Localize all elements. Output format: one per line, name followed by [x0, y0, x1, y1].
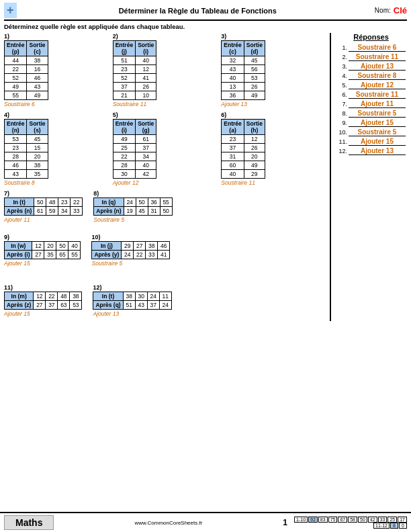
- table-row: 5241: [113, 74, 156, 83]
- score-val-0: 92: [308, 517, 318, 523]
- table-cell: 61: [34, 207, 46, 216]
- table-cell: 37: [113, 83, 135, 91]
- problem-2: 2)Entrée(j)Sortie(i)51402312524137262110…: [113, 33, 219, 107]
- table-cell: 45: [27, 135, 48, 144]
- score-val-1: 83: [318, 517, 328, 523]
- score-val-8: 25: [387, 517, 397, 523]
- score-label-2: 11-12: [373, 523, 390, 529]
- table-row: 4335: [5, 170, 48, 179]
- table-row: 3245: [222, 56, 265, 65]
- problem-num-2: 2): [113, 33, 118, 40]
- answer-item-4: 4.Soustraire 8: [335, 72, 407, 80]
- row-header-2: Après (y): [92, 251, 122, 259]
- table-row: 2820: [5, 152, 48, 161]
- footer-url: www.CommonCoreSheets.fr: [54, 520, 283, 526]
- table-row: In (q)24503655: [94, 198, 172, 207]
- answer-item-8: 8.Soustraire 5: [335, 109, 407, 118]
- table-cell: 12: [34, 292, 46, 301]
- table-cell: 52: [5, 74, 27, 83]
- row-header-1: In (w): [5, 242, 32, 251]
- table-row: In (w)12205040: [5, 242, 81, 251]
- vtable-1: Entrée(p)Sortie(c)44382216524649435549: [4, 40, 48, 100]
- table-row: In (t)50482322: [5, 198, 83, 207]
- table-cell: 50: [160, 207, 172, 216]
- answer-text-2: Soustraire 11: [349, 53, 406, 61]
- table-cell: 50: [136, 198, 148, 207]
- answer-text-1: Soustraire 6: [349, 44, 406, 52]
- table-row: 2234: [113, 152, 156, 161]
- table-cell: 24: [122, 251, 134, 259]
- table-cell: 12: [32, 242, 44, 251]
- table-cell: 16: [27, 65, 48, 74]
- table-cell: 53: [244, 74, 265, 83]
- table-row: 3649: [222, 91, 265, 100]
- table-row: 2312: [113, 65, 156, 74]
- table-cell: 37: [222, 144, 244, 152]
- table-cell: 34: [136, 152, 156, 161]
- col-header-2: Sortie(d): [244, 41, 265, 56]
- table-cell: 23: [58, 198, 71, 207]
- table-cell: 40: [222, 74, 244, 83]
- problem-num-11: 11): [4, 284, 82, 291]
- problem-answer-1: Soustraire 6: [4, 101, 35, 107]
- problem-11: 11)In (m)12224838Après (z)27376353Ajoute…: [4, 284, 82, 317]
- table-cell: 45: [136, 207, 148, 216]
- answer-item-11: 11.Ajouter 15: [335, 138, 407, 146]
- score-val-7: 33: [378, 517, 387, 523]
- col-header-1: Entrée(i): [113, 120, 135, 135]
- vtable-2: Entrée(j)Sortie(i)51402312524137262110: [113, 40, 157, 100]
- table-cell: 43: [222, 65, 244, 74]
- answers-title: Réponses: [335, 33, 407, 41]
- problem-answer-5: Ajouter 12: [113, 179, 139, 186]
- row-header-2: Après (n): [94, 207, 124, 216]
- table-cell: 50: [56, 242, 68, 251]
- table-cell: 40: [222, 170, 244, 179]
- table-row: 2110: [113, 91, 156, 100]
- table-cell: 30: [135, 292, 147, 301]
- table-cell: 40: [136, 56, 156, 65]
- table-cell: 37: [46, 301, 58, 310]
- table-cell: 22: [134, 251, 146, 259]
- table-cell: 22: [46, 292, 58, 301]
- table-cell: 41: [158, 251, 170, 259]
- answer-num-12: 12.: [335, 148, 347, 154]
- footer: Maths www.CommonCoreSheets.fr 1 1-109283…: [0, 512, 411, 532]
- table-cell: 61: [136, 135, 156, 144]
- problem-9: 9)In (w)12205040Après (i)27356555Ajouter…: [4, 234, 81, 267]
- problem-7: 7)In (t)50482322Après (n)61593433Ajouter…: [4, 190, 83, 223]
- answer-text-4: Soustraire 8: [349, 72, 406, 80]
- table-cell: 35: [27, 170, 48, 179]
- table-cell: 49: [27, 91, 48, 100]
- table-row: Après (n)61593433: [5, 207, 83, 216]
- col-header-1: Entrée(j): [113, 41, 135, 56]
- logo-plus: +: [4, 3, 17, 18]
- problem-num-8: 8): [93, 190, 172, 197]
- table-cell: 28: [5, 152, 27, 161]
- table-row: 4356: [222, 65, 265, 74]
- answer-num-8: 8.: [335, 110, 347, 117]
- table-row: 4053: [222, 74, 265, 83]
- table-cell: 31: [148, 207, 160, 216]
- table-cell: 20: [27, 152, 48, 161]
- problem-answer-11: Ajouter 15: [4, 310, 82, 317]
- problem-6: 6)Entrée(a)Sortie(h)23123726312060494029…: [221, 112, 327, 186]
- table-row: 3042: [113, 170, 156, 179]
- answer-num-10: 10.: [335, 129, 347, 136]
- table-row: 3120: [222, 152, 265, 161]
- htable-10: In (j)29273846Après (y)24223341: [91, 241, 170, 259]
- table-row: 1326: [222, 83, 265, 91]
- table-cell: 40: [68, 242, 81, 251]
- table-row: 2216: [5, 65, 48, 74]
- table-cell: 10: [136, 91, 156, 100]
- problem-num-6: 6): [221, 112, 226, 118]
- table-cell: 59: [46, 207, 58, 216]
- table-row: 3726: [222, 144, 265, 152]
- table-cell: 33: [146, 251, 158, 259]
- problem-12: 12)In (t)38302411Après (q)51433724Ajoute…: [93, 284, 171, 317]
- table-cell: 49: [113, 135, 135, 144]
- answer-num-3: 3.: [335, 63, 347, 70]
- table-row: Après (n)19453150: [94, 207, 172, 216]
- answer-text-8: Soustraire 5: [349, 109, 406, 118]
- problem-num-1: 1): [4, 33, 9, 40]
- table-cell: 24: [159, 301, 171, 310]
